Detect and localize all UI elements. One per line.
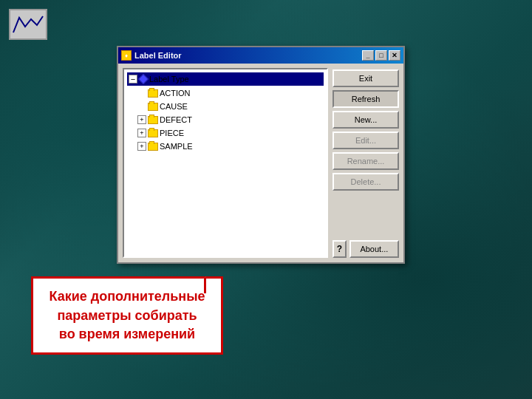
minimize-button[interactable]: _ <box>362 50 374 61</box>
tree-root-icon <box>138 74 149 84</box>
tree-collapse-icon[interactable]: − <box>129 75 137 83</box>
annotation-box: Какие дополнительные параметры собирать … <box>31 276 223 355</box>
edit-button[interactable]: Edit... <box>332 132 399 149</box>
annotation-line3: во время измерений <box>59 327 195 341</box>
tree-item-action[interactable]: ACTION <box>137 86 324 100</box>
bottom-buttons: ? About... <box>332 240 399 258</box>
annotation-line2: параметры собирать <box>57 308 197 323</box>
dialog-body: − Label Type ACTION CAUSE + DEFECT <box>118 64 403 262</box>
tree-spacer-cause <box>137 102 146 111</box>
annotation-line1: Какие дополнительные <box>49 289 205 304</box>
tree-spacer <box>137 89 146 98</box>
tree-root-item[interactable]: − Label Type <box>127 72 324 86</box>
titlebar-left: ♦ Label Editor <box>121 50 182 61</box>
tree-item-sample[interactable]: + SAMPLE <box>137 140 324 153</box>
exit-button[interactable]: Exit <box>332 69 399 87</box>
tree-label-sample: SAMPLE <box>160 142 193 151</box>
label-editor-dialog: ♦ Label Editor _ □ ✕ − Label Type ACTION <box>117 46 405 264</box>
tree-expand-sample[interactable]: + <box>137 142 146 151</box>
folder-icon-action <box>148 89 158 98</box>
tree-label-piece: PIECE <box>160 129 184 137</box>
folder-icon-piece <box>148 129 158 137</box>
folder-icon-defect <box>148 116 158 124</box>
close-button[interactable]: ✕ <box>389 50 400 61</box>
rename-button[interactable]: Rename... <box>332 152 399 170</box>
tree-label-defect: DEFECT <box>160 115 192 124</box>
tree-label-cause: CAUSE <box>160 102 188 111</box>
tree-expand-defect[interactable]: + <box>137 115 146 124</box>
logo-icon <box>12 12 44 37</box>
help-button[interactable]: ? <box>332 240 347 258</box>
app-logo <box>9 9 47 40</box>
folder-icon-sample <box>148 143 158 151</box>
new-button[interactable]: New... <box>332 111 399 129</box>
delete-button[interactable]: Delete... <box>332 173 399 191</box>
tree-panel[interactable]: − Label Type ACTION CAUSE + DEFECT <box>123 68 328 258</box>
folder-icon-cause <box>148 103 158 111</box>
refresh-button[interactable]: Refresh <box>332 90 399 108</box>
buttons-panel: Exit Refresh New... Edit... Rename... De… <box>332 68 399 258</box>
dialog-app-icon: ♦ <box>121 50 132 61</box>
annotation-text: Какие дополнительные параметры собирать … <box>45 287 209 344</box>
dialog-title: Label Editor <box>134 51 182 60</box>
titlebar-buttons: _ □ ✕ <box>362 50 400 61</box>
tree-item-defect[interactable]: + DEFECT <box>137 113 324 126</box>
tree-label-action: ACTION <box>160 89 191 98</box>
tree-item-piece[interactable]: + PIECE <box>137 126 324 140</box>
maximize-button[interactable]: □ <box>375 50 387 61</box>
dialog-titlebar: ♦ Label Editor _ □ ✕ <box>118 47 403 64</box>
tree-item-cause[interactable]: CAUSE <box>137 100 324 113</box>
about-button[interactable]: About... <box>349 240 399 258</box>
tree-root-label: Label Type <box>149 75 189 83</box>
tree-expand-piece[interactable]: + <box>137 129 146 137</box>
spacer <box>332 194 399 237</box>
